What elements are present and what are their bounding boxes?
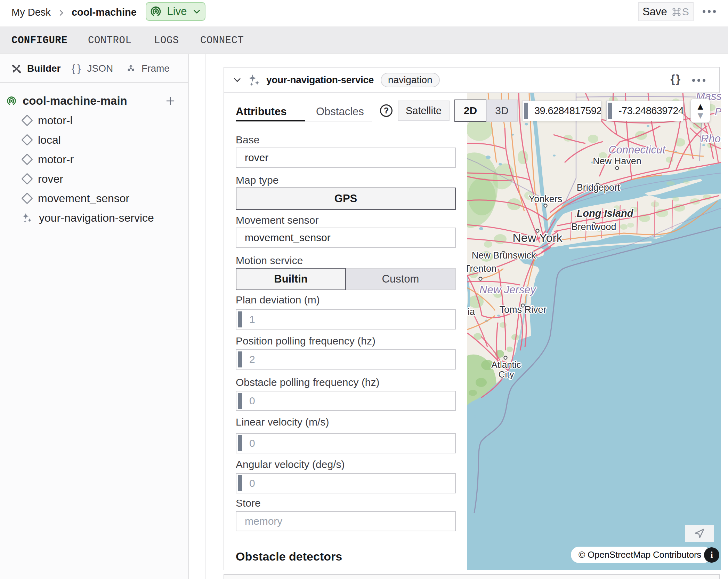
svg-text:Rhode: Rhode	[701, 133, 721, 145]
svg-text:Toms River: Toms River	[499, 304, 546, 315]
svg-text:Trenton: Trenton	[467, 263, 496, 274]
svg-text:New Jersey: New Jersey	[479, 284, 536, 296]
svg-text:Atlantic: Atlantic	[491, 359, 521, 370]
svg-text:Prov: Prov	[715, 106, 721, 117]
svg-text:Long Island: Long Island	[577, 208, 634, 219]
svg-text:Bridgeport: Bridgeport	[577, 182, 620, 193]
svg-text:New Brunswick: New Brunswick	[472, 250, 536, 261]
svg-text:City: City	[499, 369, 514, 380]
svg-text:New Haven: New Haven	[593, 156, 641, 166]
svg-text:nia: nia	[467, 307, 475, 317]
svg-text:Brentwood: Brentwood	[571, 222, 616, 232]
svg-text:Connecticut: Connecticut	[608, 144, 666, 156]
svg-text:New York: New York	[512, 231, 563, 244]
svg-text:Yonkers: Yonkers	[529, 194, 563, 204]
